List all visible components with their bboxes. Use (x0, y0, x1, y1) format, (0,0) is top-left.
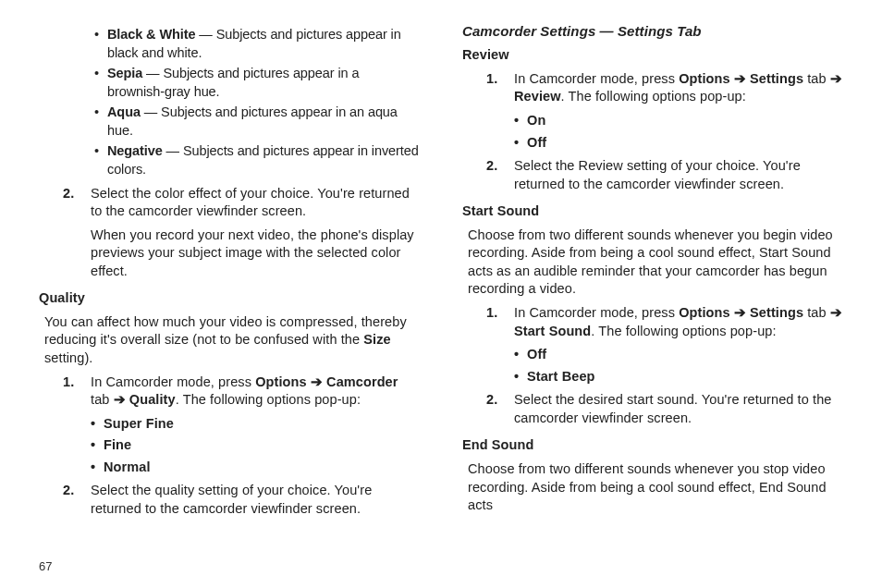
review-options: On Off (514, 112, 843, 152)
list-item: Off (514, 346, 843, 364)
start-sound-heading: Start Sound (462, 202, 843, 221)
list-item: Aqua — Subjects and pictures appear in a… (91, 104, 420, 140)
end-sound-intro: Choose from two different sounds wheneve… (468, 460, 843, 515)
step-item: 1. In Camcorder mode, press Options ➔ Ca… (63, 374, 420, 477)
right-column: Camcorder Settings — Settings Tab Review… (462, 22, 843, 524)
step-text: Select the color effect of your choice. … (91, 185, 420, 221)
start-sound-options: Off Start Beep (514, 346, 843, 386)
quality-intro: You can affect how much your video is co… (44, 313, 420, 368)
quality-steps: 1. In Camcorder mode, press Options ➔ Ca… (63, 374, 420, 519)
list-item: Black & White — Subjects and pictures ap… (91, 26, 420, 62)
list-item: On (514, 112, 843, 130)
review-heading: Review (462, 46, 843, 65)
color-effects-steps: 2. Select the color effect of your choic… (63, 185, 420, 281)
review-steps: 1. In Camcorder mode, press Options ➔ Se… (486, 70, 843, 193)
arrow-icon: ➔ (734, 305, 746, 320)
arrow-icon: ➔ (311, 374, 323, 389)
arrow-icon: ➔ (114, 392, 126, 407)
end-sound-heading: End Sound (462, 436, 843, 455)
step-text: When you record your next video, the pho… (91, 227, 420, 281)
quality-options: Super Fine Fine Normal (91, 415, 420, 477)
step-item: 2. Select the Review setting of your cho… (486, 157, 843, 193)
list-item: Super Fine (91, 415, 420, 434)
start-sound-intro: Choose from two different sounds wheneve… (468, 227, 843, 299)
left-column: Black & White — Subjects and pictures ap… (39, 22, 420, 524)
list-item: Normal (91, 459, 420, 477)
step-item: 2. Select the quality setting of your ch… (63, 482, 420, 518)
list-item: Off (514, 134, 843, 153)
step-item: 2. Select the color effect of your choic… (63, 185, 420, 281)
list-item: Start Beep (514, 368, 843, 386)
step-item: 2. Select the desired start sound. You'r… (486, 391, 843, 427)
arrow-icon: ➔ (830, 71, 842, 86)
step-item: 1. In Camcorder mode, press Options ➔ Se… (486, 70, 843, 152)
list-item: Negative — Subjects and pictures appear … (91, 142, 420, 178)
quality-heading: Quality (39, 289, 420, 308)
step-item: 1. In Camcorder mode, press Options ➔ Se… (486, 304, 843, 386)
section-heading: Camcorder Settings — Settings Tab (462, 22, 843, 41)
page-number: 67 (39, 558, 53, 575)
page-columns: Black & White — Subjects and pictures ap… (39, 22, 843, 524)
list-item: Sepia — Subjects and pictures appear in … (91, 65, 420, 101)
arrow-icon: ➔ (734, 71, 746, 86)
color-effects-list: Black & White — Subjects and pictures ap… (91, 26, 420, 179)
arrow-icon: ➔ (830, 305, 842, 320)
start-sound-steps: 1. In Camcorder mode, press Options ➔ Se… (486, 304, 843, 427)
list-item: Fine (91, 436, 420, 455)
